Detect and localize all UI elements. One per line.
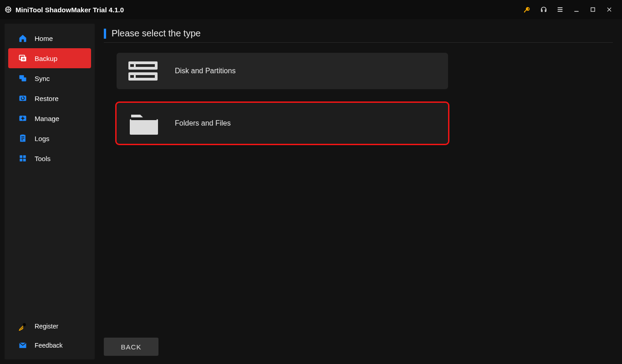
svg-point-15 <box>23 323 26 326</box>
sidebar-item-label: Logs <box>35 135 50 142</box>
svg-rect-10 <box>21 135 25 136</box>
home-icon <box>17 34 28 43</box>
backup-icon <box>17 54 28 63</box>
svg-rect-12 <box>23 155 26 158</box>
title-bar: MiniTool ShadowMaker Trial 4.1.0 <box>0 0 622 19</box>
option-folders-files[interactable]: Folders and Files <box>117 103 448 144</box>
svg-rect-13 <box>20 159 22 162</box>
svg-rect-21 <box>136 75 155 78</box>
sidebar-item-restore[interactable]: Restore <box>8 88 91 108</box>
register-icon <box>17 322 28 331</box>
svg-rect-5 <box>22 77 26 81</box>
svg-rect-23 <box>131 117 157 120</box>
svg-point-8 <box>22 117 24 120</box>
restore-icon <box>17 94 28 103</box>
sidebar-list: Home Backup Sync Restore <box>5 28 95 168</box>
heading-accent-bar <box>104 29 106 39</box>
manage-icon <box>17 114 28 123</box>
sidebar-item-label: Restore <box>35 95 59 102</box>
back-button[interactable]: BACK <box>104 338 158 356</box>
sync-icon <box>17 74 28 83</box>
sidebar-item-tools[interactable]: Tools <box>8 148 91 168</box>
sidebar-item-register[interactable]: Register <box>8 317 91 336</box>
option-label: Folders and Files <box>175 119 231 127</box>
app-title: MiniTool ShadowMaker Trial 4.1.0 <box>15 6 124 14</box>
option-label: Disk and Partitions <box>175 67 235 75</box>
sidebar-item-sync[interactable]: Sync <box>8 68 91 88</box>
headset-icon[interactable] <box>540 6 547 13</box>
maximize-icon[interactable] <box>589 6 597 13</box>
tools-icon <box>17 154 28 163</box>
sidebar-item-label: Sync <box>35 75 50 82</box>
app-logo-icon <box>5 6 12 13</box>
logs-icon <box>17 134 28 143</box>
svg-rect-11 <box>20 155 22 158</box>
sidebar-item-label: Register <box>35 323 58 330</box>
disk-partitions-icon <box>127 59 160 83</box>
page-title: Please select the type <box>112 28 201 39</box>
type-options: Disk and Partitions Folders and Files <box>117 53 613 144</box>
main-panel: Please select the type Disk and Partitio… <box>95 19 622 364</box>
svg-rect-20 <box>130 75 134 78</box>
sidebar-item-logs[interactable]: Logs <box>8 128 91 148</box>
close-icon[interactable] <box>606 6 613 13</box>
register-key-icon[interactable] <box>524 6 531 13</box>
folder-icon <box>127 109 160 137</box>
svg-rect-14 <box>23 159 26 162</box>
minimize-icon[interactable] <box>573 6 580 13</box>
feedback-icon <box>17 341 28 350</box>
svg-rect-22 <box>130 119 158 135</box>
svg-rect-0 <box>591 8 595 11</box>
page-heading: Please select the type <box>104 25 613 43</box>
sidebar: Home Backup Sync Restore <box>5 24 95 359</box>
svg-rect-18 <box>136 64 155 67</box>
sidebar-item-label: Home <box>35 35 53 42</box>
svg-rect-17 <box>130 64 134 67</box>
sidebar-item-label: Backup <box>35 55 57 62</box>
menu-icon[interactable] <box>556 6 564 13</box>
option-disk-partitions[interactable]: Disk and Partitions <box>117 53 448 89</box>
sidebar-item-label: Tools <box>35 155 51 162</box>
sidebar-item-home[interactable]: Home <box>8 28 91 48</box>
sidebar-item-manage[interactable]: Manage <box>8 108 91 128</box>
sidebar-item-label: Feedback <box>35 342 62 349</box>
sidebar-item-feedback[interactable]: Feedback <box>8 336 91 355</box>
sidebar-item-label: Manage <box>35 115 59 122</box>
sidebar-item-backup[interactable]: Backup <box>8 48 91 68</box>
